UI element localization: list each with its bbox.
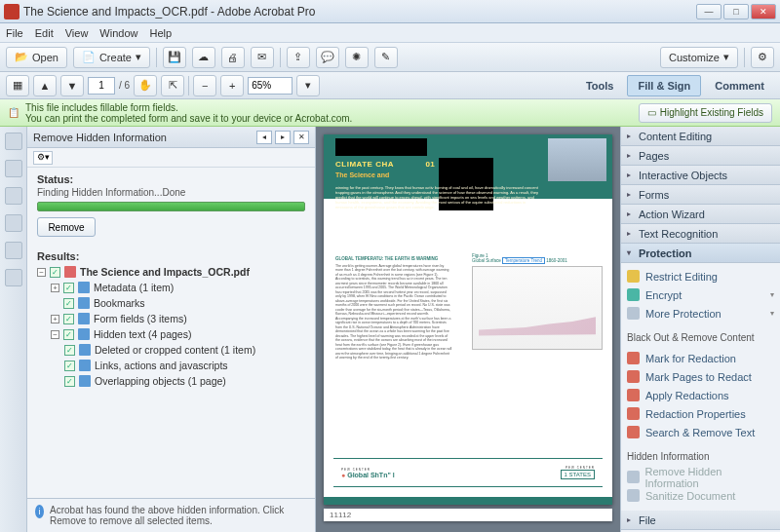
metadata-icon (78, 282, 90, 293)
zoom-in-button[interactable]: + (220, 75, 244, 96)
menu-edit[interactable]: Edit (35, 27, 54, 39)
zoom-dropdown-button[interactable]: ▾ (296, 75, 320, 96)
tree-formfields[interactable]: +✓Form fields (3 items) (51, 311, 305, 326)
status-text: Finding Hidden Information...Done (37, 187, 305, 198)
comment-button[interactable]: 💬 (316, 47, 339, 68)
print-button[interactable]: 🖨 (221, 47, 245, 68)
link-icon (79, 360, 91, 371)
create-button[interactable]: 📄Create▾ (73, 47, 150, 68)
fill-sign-tab[interactable]: Fill & Sign (627, 75, 701, 96)
menu-window[interactable]: Window (99, 27, 137, 39)
remove-button[interactable]: Remove (37, 217, 96, 237)
mark-pages-redact-button[interactable]: Mark Pages to Redact (627, 367, 774, 386)
sanitize-icon (627, 489, 640, 502)
overlap-icon (79, 375, 91, 387)
sanitize-document-button[interactable]: Sanitize Document (627, 486, 774, 505)
section-interactive-objects[interactable]: ▸Interactive Objects (621, 166, 780, 185)
stamp-button[interactable]: ✺ (345, 47, 369, 68)
open-button[interactable]: 📂Open (6, 47, 67, 68)
section-action-wizard[interactable]: ▸Action Wizard (621, 205, 780, 224)
nav-pages-icon[interactable] (5, 133, 22, 150)
panel-prev-button[interactable]: ◂ (256, 131, 272, 144)
customize-button[interactable]: Customize▾ (660, 47, 738, 68)
page-count: / 6 (119, 80, 130, 91)
zoom-input[interactable] (248, 77, 292, 95)
maximize-button[interactable]: □ (723, 4, 749, 19)
chevron-down-icon: ▾ (136, 51, 141, 63)
tree-root[interactable]: −✓The Science and Impacts_OCR.pdf (37, 264, 305, 280)
pdf-icon (64, 266, 76, 278)
next-page-button[interactable]: ▼ (60, 75, 84, 96)
create-icon: 📄 (82, 51, 96, 63)
sign-button[interactable]: ✎ (374, 47, 398, 68)
tree-bookmarks[interactable]: ✓Bookmarks (51, 295, 305, 311)
quick-tools-button[interactable]: ⚙ (751, 47, 774, 68)
section-protection[interactable]: ▾Protection (621, 244, 780, 263)
header-photo (548, 138, 606, 181)
section-pages[interactable]: ▸Pages (621, 146, 780, 166)
section-forms[interactable]: ▸Forms (621, 185, 780, 205)
nav-layers-icon[interactable] (5, 242, 22, 259)
encrypt-icon (627, 288, 640, 301)
tree-overlapping[interactable]: ✓Overlapping objects (1 page) (64, 373, 305, 389)
menu-view[interactable]: View (65, 27, 89, 39)
save-button[interactable]: 💾 (163, 47, 186, 68)
menu-help[interactable]: Help (149, 27, 172, 39)
search-icon (627, 426, 640, 438)
search-remove-text-button[interactable]: Search & Remove Text (627, 423, 774, 441)
form-icon: 📋 (8, 107, 20, 118)
close-button[interactable]: ✕ (751, 4, 776, 19)
tree-deleted-content[interactable]: ✓Deleted or cropped content (1 item) (64, 342, 305, 358)
toolbar-navigation: ▦ ▲ ▼ / 6 ✋ ⇱ − + ▾ Tools Fill & Sign Co… (0, 72, 780, 99)
panel-footer: i Acrobat has found the above hidden inf… (27, 498, 315, 532)
menu-file[interactable]: File (6, 27, 23, 39)
panel-close-button[interactable]: ✕ (293, 131, 309, 144)
mark-redaction-button[interactable]: Mark for Redaction (627, 349, 774, 367)
app-icon (4, 4, 20, 19)
remove-hidden-info-button[interactable]: Remove Hidden Information (627, 468, 774, 486)
select-tool-button[interactable]: ⇱ (161, 75, 184, 96)
more-protection-button[interactable]: More Protection▾ (627, 304, 774, 323)
document-view[interactable]: CLIMATE CHA 01 The Science and winning f… (316, 127, 620, 532)
share-button[interactable]: ⇪ (287, 47, 310, 68)
section-text-recognition[interactable]: ▸Text Recognition (621, 224, 780, 244)
prev-page-button[interactable]: ▲ (33, 75, 57, 96)
comment-tab[interactable]: Comment (705, 75, 774, 96)
redact-icon (627, 352, 640, 364)
redact-props-icon (627, 407, 640, 420)
nav-tags-icon[interactable] (5, 269, 22, 286)
restrict-editing-button[interactable]: Restrict Editing (627, 267, 774, 285)
nav-signatures-icon[interactable] (5, 214, 22, 232)
thumbnails-button[interactable]: ▦ (6, 75, 29, 96)
remove-hidden-panel: Remove Hidden Information ◂ ▸ ✕ ⚙▾ Statu… (27, 127, 316, 532)
section-file[interactable]: ▸File (621, 511, 780, 530)
hand-tool-button[interactable]: ✋ (134, 75, 157, 96)
zoom-out-button[interactable]: − (193, 75, 216, 96)
nav-bookmarks-icon[interactable] (5, 160, 22, 177)
hidden-text-icon (78, 328, 90, 340)
email-button[interactable]: ✉ (251, 47, 274, 68)
remove-hidden-icon (627, 471, 640, 483)
highlight-fields-button[interactable]: ▭ Highlight Existing Fields (639, 103, 772, 123)
form-icon (78, 313, 90, 324)
highlight-icon: ▭ (647, 107, 656, 118)
info-line-1: This file includes fillable form fields. (25, 102, 639, 113)
panel-next-button[interactable]: ▸ (275, 131, 291, 144)
encrypt-button[interactable]: Encrypt▾ (627, 285, 774, 304)
minimize-button[interactable]: — (696, 4, 722, 19)
tree-hiddentext[interactable]: −✓Hidden text (4 pages) (51, 326, 305, 342)
panel-options-button[interactable]: ⚙▾ (33, 151, 53, 165)
nav-attachments-icon[interactable] (5, 187, 22, 205)
cloud-button[interactable]: ☁ (192, 47, 215, 68)
redaction-properties-button[interactable]: Redaction Properties (627, 404, 774, 423)
status-heading: Status: (37, 173, 305, 185)
panel-title: Remove Hidden Information (33, 132, 167, 143)
tree-links-js[interactable]: ✓Links, actions and javascripts (64, 358, 305, 373)
tools-tab[interactable]: Tools (576, 75, 624, 96)
section-content-editing[interactable]: ▸Content Editing (621, 127, 780, 146)
tree-metadata[interactable]: +✓Metadata (1 item) (51, 280, 305, 295)
apply-redactions-button[interactable]: Apply Redactions (627, 386, 774, 404)
hidden-info-caption: Hidden Information (621, 447, 780, 464)
blackout-caption: Black Out & Remove Content (621, 328, 780, 345)
page-input[interactable] (88, 77, 115, 95)
